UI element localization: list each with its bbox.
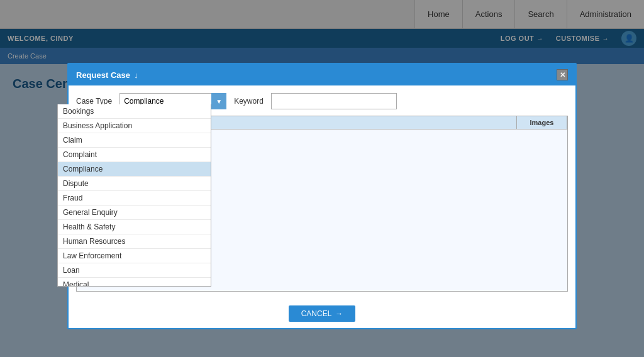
dropdown-item[interactable]: Law Enforcement [58, 249, 211, 263]
keyword-input[interactable] [271, 93, 397, 109]
dropdown-item[interactable]: General Enquiry [58, 206, 211, 220]
dropdown-item[interactable]: Claim [58, 133, 211, 148]
dialog-title-arrow-icon: ↓ [134, 70, 138, 80]
dropdown-item[interactable]: Business Application [58, 119, 211, 133]
dropdown-item[interactable]: Medical [58, 278, 211, 287]
dialog-title: Request Case [76, 70, 130, 80]
dropdown-item[interactable]: Dispute [58, 177, 211, 191]
col-images: Images [517, 116, 567, 129]
dropdown-item[interactable]: Complaint [58, 148, 211, 162]
cancel-button[interactable]: CANCEL → [289, 305, 356, 322]
cancel-label: CANCEL [301, 309, 332, 318]
dropdown-item[interactable]: Fraud [58, 191, 211, 206]
keyword-label: Keyword [234, 97, 264, 106]
dialog-footer: CANCEL → [69, 299, 575, 328]
dropdown-list[interactable]: BookingsBusiness ApplicationClaimComplai… [57, 104, 211, 287]
dialog-close-button[interactable]: ✕ [557, 69, 568, 80]
dropdown-item[interactable]: Loan [58, 263, 211, 278]
cancel-arrow-icon: → [335, 309, 343, 318]
dialog-header-left: Request Case ↓ [76, 70, 138, 80]
dropdown-item[interactable]: Compliance [58, 162, 211, 177]
dropdown-item[interactable]: Bookings [58, 104, 211, 119]
dialog-header: Request Case ↓ ✕ [69, 64, 575, 85]
dropdown-item[interactable]: Health & Safety [58, 220, 211, 234]
dropdown-item[interactable]: Human Resources [58, 234, 211, 249]
